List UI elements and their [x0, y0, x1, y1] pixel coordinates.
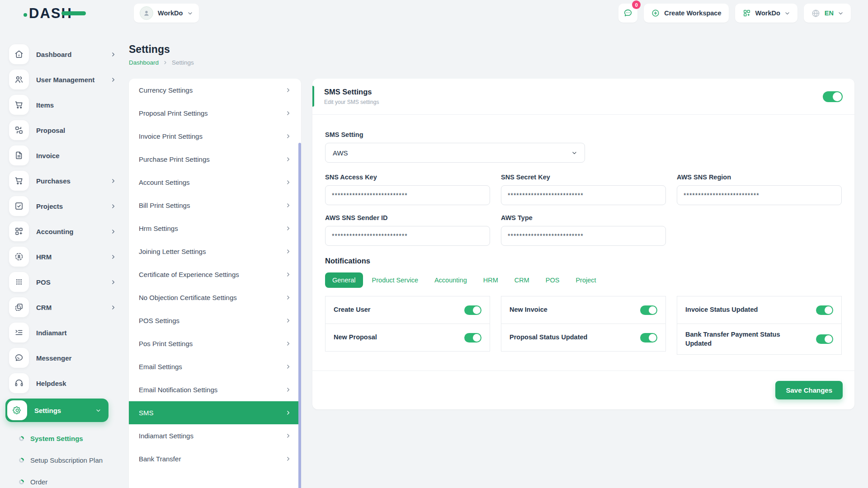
sidebar-item-projects[interactable]: Projects — [9, 196, 116, 216]
chevron-right-icon — [110, 254, 116, 260]
sidebar-item-items[interactable]: Items — [9, 95, 116, 115]
tab-general[interactable]: General — [325, 272, 363, 288]
chevron-right-icon — [285, 318, 291, 324]
sidebar-item-indiamart[interactable]: Indiamart — [9, 323, 116, 343]
sidebar-item-hrm[interactable]: HRM — [9, 247, 116, 267]
sms-card-footer: Save Changes — [312, 371, 854, 409]
field-input-sns-access-key[interactable] — [325, 185, 490, 205]
sidebar-subitem-system-settings[interactable]: System Settings — [0, 427, 128, 449]
sidebar-item-accounting[interactable]: Accounting — [9, 221, 116, 241]
bullet-icon — [19, 436, 24, 441]
notifications-title: Notifications — [325, 257, 842, 265]
settings-nav-item-label: SMS — [139, 409, 154, 417]
field-input-aws-sns-region[interactable] — [677, 185, 842, 205]
chevron-right-icon — [285, 87, 291, 93]
toggle-new-invoice[interactable] — [640, 305, 657, 315]
settings-nav-item-currency-settings[interactable]: Currency Settings — [129, 79, 301, 102]
settings-nav-item-proposal-print-settings[interactable]: Proposal Print Settings — [129, 102, 301, 125]
chevron-right-icon — [285, 295, 291, 300]
field-sns-access-key: SNS Access Key — [325, 174, 490, 205]
settings-nav-item-account-settings[interactable]: Account Settings — [129, 171, 301, 194]
workspace-switcher[interactable]: WorkDo — [735, 4, 797, 23]
field-input-sns-secret-key[interactable] — [501, 185, 666, 205]
chevron-right-icon — [285, 249, 291, 254]
settings-nav-item-label: Indiamart Settings — [139, 432, 193, 440]
grid-plus-icon — [9, 221, 29, 241]
sidebar-item-label: Settings — [34, 407, 88, 414]
toggle-create-user[interactable] — [464, 305, 481, 315]
create-workspace-button[interactable]: Create Workspace — [644, 4, 728, 23]
settings-nav-item-no-objection-certificate-settings[interactable]: No Objection Certificate Settings — [129, 286, 301, 309]
sidebar-item-user-management[interactable]: User Management — [9, 70, 116, 89]
settings-nav-item-invoice-print-settings[interactable]: Invoice Print Settings — [129, 125, 301, 148]
toggle-invoice-status-updated[interactable] — [816, 305, 833, 315]
settings-nav-item-sms[interactable]: SMS — [129, 401, 301, 424]
settings-nav-item-hrm-settings[interactable]: Hrm Settings — [129, 217, 301, 240]
settings-nav: Currency SettingsProposal Print Settings… — [129, 79, 301, 488]
settings-nav-item-purchase-print-settings[interactable]: Purchase Print Settings — [129, 148, 301, 171]
settings-nav-item-bill-print-settings[interactable]: Bill Print Settings — [129, 194, 301, 217]
settings-nav-item-certificate-of-experience-settings[interactable]: Certificate of Experience Settings — [129, 263, 301, 286]
tab-hrm[interactable]: HRM — [476, 272, 505, 288]
sidebar-subitem-order[interactable]: Order — [0, 471, 128, 488]
sidebar-item-crm[interactable]: CRM — [9, 297, 116, 317]
sidebar-item-proposal[interactable]: Proposal — [9, 120, 116, 140]
tab-crm[interactable]: CRM — [507, 272, 537, 288]
language-selector[interactable]: EN — [804, 4, 851, 23]
main-content: Settings Dashboard Settings Currency Set… — [128, 26, 868, 488]
chevron-right-icon — [285, 179, 291, 185]
notification-tabs: GeneralProduct ServiceAccountingHRMCRMPO… — [325, 272, 842, 288]
chat-icon — [9, 348, 29, 368]
tab-pos[interactable]: POS — [538, 272, 567, 288]
settings-nav-list: Currency SettingsProposal Print Settings… — [129, 79, 301, 470]
sidebar-item-dashboard[interactable]: Dashboard — [9, 44, 116, 64]
settings-nav-item-pos-print-settings[interactable]: Pos Print Settings — [129, 332, 301, 355]
settings-nav-item-label: Invoice Print Settings — [139, 132, 203, 140]
workspace-user-menu[interactable]: WorkDo — [134, 4, 199, 23]
field-input-aws-sns-sender-id[interactable] — [325, 226, 490, 246]
settings-nav-item-label: No Objection Certificate Settings — [139, 294, 237, 301]
chevron-down-icon — [784, 10, 790, 16]
tab-product-service[interactable]: Product Service — [365, 272, 425, 288]
chevron-right-icon — [110, 305, 116, 310]
settings-nav-item-email-settings[interactable]: Email Settings — [129, 355, 301, 378]
toggle-bank-transfer-payment-status-updated[interactable] — [816, 334, 833, 344]
breadcrumb-dashboard-link[interactable]: Dashboard — [129, 59, 159, 66]
sidebar-item-messenger[interactable]: Messenger — [9, 348, 116, 368]
sidebar-item-pos[interactable]: POS — [9, 272, 116, 292]
sidebar-item-settings[interactable]: Settings — [5, 399, 108, 422]
toggle-proposal-status-updated[interactable] — [640, 333, 657, 343]
settings-nav-item-indiamart-settings[interactable]: Indiamart Settings — [129, 424, 301, 447]
tab-project[interactable]: Project — [568, 272, 603, 288]
scrollbar-thumb[interactable] — [298, 143, 301, 488]
chevron-right-icon — [285, 110, 291, 116]
field-input-aws-type[interactable] — [501, 226, 666, 246]
notification-cell-new-proposal: New Proposal — [325, 324, 490, 352]
settings-nav-item-email-notification-settings[interactable]: Email Notification Settings — [129, 378, 301, 401]
settings-nav-item-bank-transfer[interactable]: Bank Transfer — [129, 447, 301, 470]
workspace-switcher-label: WorkDo — [755, 9, 780, 17]
notification-label: New Invoice — [509, 305, 547, 314]
sms-provider-label: SMS Setting — [325, 131, 842, 138]
sms-enabled-toggle[interactable] — [823, 91, 843, 102]
settings-nav-item-pos-settings[interactable]: POS Settings — [129, 309, 301, 332]
logo-dot — [24, 13, 27, 17]
toggle-new-proposal[interactable] — [464, 333, 481, 343]
topbar-actions: 0 Create Workspace WorkDo EN — [618, 4, 851, 23]
bullet-icon — [19, 458, 24, 463]
toggle-column: Invoice Status UpdatedBank Transfer Paym… — [677, 296, 842, 355]
sidebar-item-invoice[interactable]: Invoice — [9, 145, 116, 165]
notification-cell-proposal-status-updated: Proposal Status Updated — [501, 324, 666, 352]
settings-nav-item-joining-letter-settings[interactable]: Joining Letter Settings — [129, 240, 301, 263]
tab-accounting[interactable]: Accounting — [427, 272, 474, 288]
sms-provider-select[interactable]: AWS — [325, 143, 585, 163]
sidebar-subitem-label: System Settings — [30, 435, 83, 442]
save-button[interactable]: Save Changes — [775, 381, 843, 399]
field-label: SNS Access Key — [325, 174, 490, 181]
toggle-column: New InvoiceProposal Status Updated — [501, 296, 666, 355]
sidebar-item-purchases[interactable]: Purchases — [9, 171, 116, 191]
sidebar-item-helpdesk[interactable]: Helpdesk — [9, 373, 116, 393]
notification-label: Proposal Status Updated — [509, 333, 587, 342]
sidebar-subitem-setup-subscription-plan[interactable]: Setup Subscription Plan — [0, 449, 128, 471]
messages-button[interactable]: 0 — [618, 4, 637, 23]
